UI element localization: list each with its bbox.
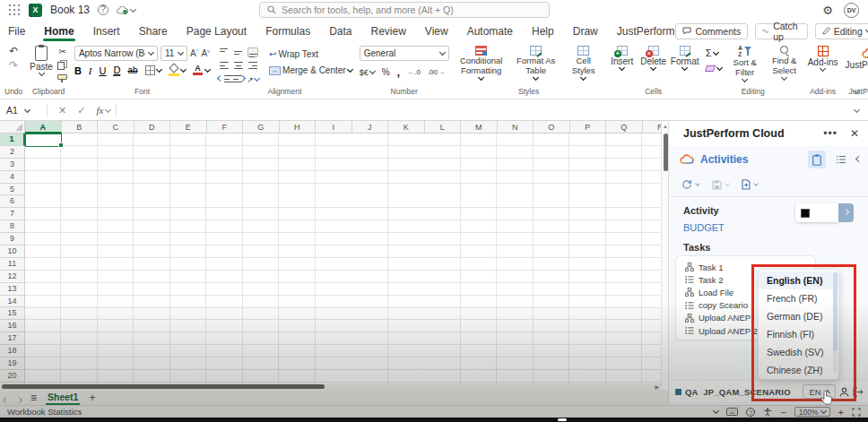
fill-color-button[interactable] — [169, 65, 186, 76]
ribbon-tab[interactable]: Page Layout — [186, 22, 247, 41]
sort-filter-button[interactable]: AZ Sort & Filter — [729, 46, 761, 82]
align-top-icon[interactable] — [219, 47, 230, 57]
autosave-status-icon[interactable] — [117, 6, 135, 14]
cell-styles-button[interactable]: Cell Styles — [566, 46, 602, 80]
align-right-icon[interactable] — [247, 61, 258, 71]
insert-cells-button[interactable]: + Insert — [609, 46, 636, 70]
ribbon-tab[interactable]: Home — [43, 22, 74, 41]
row-header-4[interactable]: 4 — [0, 171, 25, 184]
editing-mode-button[interactable]: Editing — [815, 23, 868, 39]
app-launcher-icon[interactable] — [9, 4, 21, 16]
chevron-down-icon[interactable] — [713, 408, 719, 414]
enter-icon[interactable]: ✓ — [77, 105, 85, 116]
text-orientation-icon[interactable]: ↗ — [247, 75, 259, 84]
ribbon-tab[interactable]: Data — [328, 22, 352, 41]
number-format-select[interactable]: General — [360, 46, 449, 61]
fullscreen-icon[interactable] — [852, 408, 861, 417]
document-title[interactable]: Book 13 — [50, 4, 90, 16]
row-header-12[interactable]: 12 — [0, 271, 25, 283]
column-header-I[interactable]: I — [316, 121, 352, 133]
cut-scissors-icon[interactable]: ✂ — [58, 47, 65, 56]
formula-input[interactable] — [122, 100, 855, 120]
format-painter-icon[interactable] — [57, 73, 67, 83]
column-header-H[interactable]: H — [280, 121, 317, 133]
double-underline-button[interactable]: D — [113, 65, 120, 76]
ribbon-tab[interactable]: Draw — [572, 22, 599, 41]
column-header-B[interactable]: B — [62, 121, 99, 133]
column-header-L[interactable]: L — [425, 121, 462, 133]
spreadsheet-grid[interactable]: ABCDEFGHIJKLMNOPQR 123456789101112131415… — [0, 121, 661, 387]
refresh-button[interactable] — [681, 179, 699, 190]
accessibility-icon[interactable] — [763, 408, 772, 417]
prev-sheet-icon[interactable] — [4, 390, 8, 406]
row-header-18[interactable]: 18 — [0, 345, 25, 357]
horizontal-scrollbar[interactable]: ▶ — [0, 383, 661, 390]
zoom-out-icon[interactable]: − — [780, 407, 786, 418]
strikethrough-button[interactable]: ab — [127, 65, 137, 75]
row-header-11[interactable]: 11 — [0, 258, 25, 271]
row-header-9[interactable]: 9 — [0, 233, 25, 245]
bold-button[interactable]: B — [74, 65, 82, 76]
ribbon-tab[interactable]: Help — [531, 22, 555, 41]
autosum-button[interactable]: Σ — [706, 47, 722, 58]
row-header-19[interactable]: 19 — [0, 357, 25, 370]
vertical-scrollbar[interactable]: ▲ — [661, 121, 668, 387]
catch-up-button[interactable]: Catch up — [755, 23, 807, 39]
row-header-7[interactable]: 7 — [0, 208, 25, 220]
collapse-panel-icon[interactable] — [855, 155, 862, 161]
row-header-10[interactable]: 10 — [0, 245, 25, 258]
ribbon-tab[interactable]: Automate — [466, 22, 514, 41]
selected-cell[interactable] — [25, 133, 62, 147]
percent-button[interactable]: % — [382, 67, 390, 77]
delete-cells-button[interactable]: × Delete — [640, 46, 667, 70]
row-header-14[interactable]: 14 — [0, 296, 25, 308]
increase-decimal-button[interactable]: ←.0 — [407, 68, 421, 76]
format-cells-button[interactable]: Format — [672, 46, 699, 70]
find-select-button[interactable]: Find & Select — [768, 46, 801, 80]
row-header-17[interactable]: 17 — [0, 332, 25, 345]
keyboard-icon[interactable] — [726, 408, 738, 416]
column-header-N[interactable]: N — [498, 121, 534, 133]
search-input[interactable]: Search for tools, help, and more (Alt + … — [259, 2, 550, 18]
paste-button[interactable]: Paste — [30, 46, 53, 75]
decrease-decimal-button[interactable]: .00→ — [428, 68, 445, 76]
column-header-F[interactable]: F — [207, 121, 244, 133]
row-header-15[interactable]: 15 — [0, 307, 25, 320]
name-box[interactable]: A1 — [0, 100, 41, 120]
column-header-Q[interactable]: Q — [606, 121, 643, 133]
comma-style-button[interactable]: , — [397, 65, 401, 79]
ribbon-tab[interactable]: Review — [370, 22, 407, 41]
scroll-right-icon[interactable]: ▶ — [655, 383, 659, 390]
clipboard-view-button[interactable] — [808, 151, 826, 168]
conditional-formatting-button[interactable]: Conditional Formatting — [456, 46, 507, 80]
borders-button[interactable] — [145, 65, 161, 75]
column-header-A[interactable]: A — [25, 121, 62, 133]
column-header-C[interactable]: C — [98, 121, 135, 133]
workbook-statistics-label[interactable]: Workbook Statistics — [7, 407, 82, 417]
font-color-button[interactable]: A — [193, 65, 210, 76]
redo-icon[interactable]: ↷ — [9, 60, 18, 71]
widget-next-button[interactable] — [838, 203, 854, 222]
shrink-font-icon[interactable]: Av — [201, 48, 210, 58]
row-header-8[interactable]: 8 — [0, 220, 25, 233]
column-header-P[interactable]: P — [570, 121, 607, 133]
wrap-text-button[interactable]: ↩ Wrap Text — [269, 49, 352, 59]
column-header-G[interactable]: G — [243, 121, 280, 133]
column-header-J[interactable]: J — [352, 121, 389, 133]
undo-icon[interactable]: ↶ — [9, 46, 18, 56]
row-header-2[interactable]: 2 — [0, 146, 25, 159]
next-sheet-icon[interactable] — [17, 390, 22, 406]
row-header-13[interactable]: 13 — [0, 283, 25, 296]
row-header-20[interactable]: 20 — [0, 370, 25, 383]
ribbon-tab[interactable]: Insert — [92, 22, 121, 41]
expand-formula-bar-icon[interactable] — [854, 106, 860, 112]
export-button[interactable] — [742, 179, 758, 190]
zoom-in-icon[interactable]: + — [838, 407, 844, 418]
font-size-select[interactable]: 11 — [161, 46, 187, 61]
vertical-scroll-thumb[interactable] — [664, 133, 668, 171]
row-header-6[interactable]: 6 — [0, 195, 25, 208]
align-left-icon[interactable] — [219, 61, 230, 71]
justperform-button[interactable]: JustPerform — [846, 46, 868, 70]
stop-icon[interactable] — [801, 209, 810, 218]
label-info-icon[interactable]: ? — [98, 4, 108, 15]
